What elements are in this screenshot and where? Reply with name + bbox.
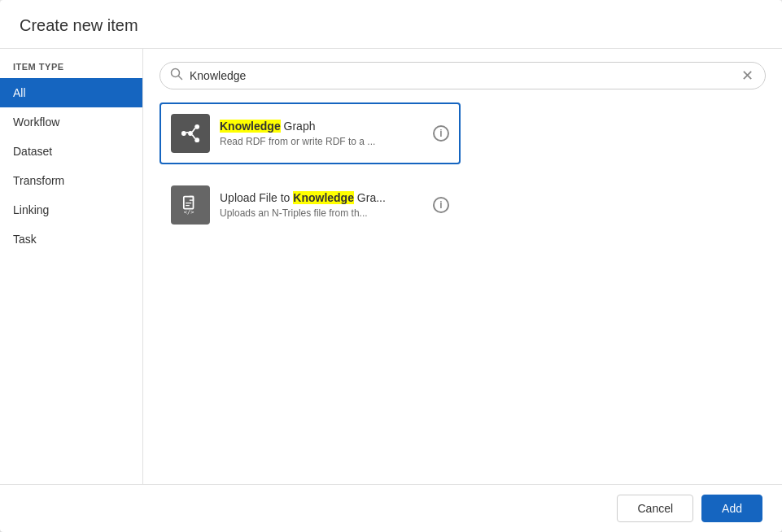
results-grid: Knowledge Graph Read RDF from or write R…	[159, 102, 766, 236]
main-content: ✕	[143, 49, 782, 484]
result-card-upload-knowledge[interactable]: </> Upload File to Knowledge Gra... Uplo…	[159, 174, 461, 236]
add-button[interactable]: Add	[701, 495, 762, 522]
sidebar-item-workflow[interactable]: Workflow	[0, 107, 142, 137]
sidebar-item-dataset[interactable]: Dataset	[0, 137, 142, 166]
search-bar: ✕	[159, 62, 766, 89]
sidebar-item-all[interactable]: All	[0, 78, 142, 107]
upload-knowledge-desc: Uploads an N-Triples file from th...	[220, 207, 426, 219]
knowledge-graph-icon	[171, 114, 210, 153]
svg-line-7	[192, 129, 195, 133]
dialog-footer: Cancel Add	[0, 484, 782, 532]
upload-knowledge-highlight: Knowledge	[293, 191, 354, 204]
knowledge-graph-desc: Read RDF from or write RDF to a ...	[220, 136, 426, 147]
sidebar-item-linking[interactable]: Linking	[0, 195, 142, 225]
sidebar: ITEM TYPE All Workflow Dataset Transform…	[0, 49, 143, 484]
knowledge-graph-text: Knowledge Graph Read RDF from or write R…	[220, 120, 426, 147]
dialog-body: ITEM TYPE All Workflow Dataset Transform…	[0, 49, 782, 484]
svg-text:</>: </>	[184, 209, 194, 216]
svg-line-1	[179, 76, 182, 80]
knowledge-graph-info-button[interactable]: i	[433, 125, 449, 142]
knowledge-highlight: Knowledge	[220, 120, 281, 133]
result-card-knowledge-graph[interactable]: Knowledge Graph Read RDF from or write R…	[159, 102, 461, 164]
svg-point-2	[181, 131, 186, 136]
create-new-item-dialog: Create new item ITEM TYPE All Workflow D…	[0, 0, 782, 532]
search-icon	[170, 68, 183, 84]
upload-knowledge-info-button[interactable]: i	[433, 197, 449, 213]
dialog-header: Create new item	[0, 0, 782, 49]
svg-line-8	[192, 135, 195, 139]
dialog-title: Create new item	[20, 16, 762, 35]
search-input[interactable]	[190, 69, 740, 82]
search-clear-button[interactable]: ✕	[740, 68, 755, 83]
upload-knowledge-text: Upload File to Knowledge Gra... Uploads …	[220, 191, 426, 219]
cancel-button[interactable]: Cancel	[617, 495, 693, 522]
item-type-label: ITEM TYPE	[0, 62, 142, 78]
sidebar-item-transform[interactable]: Transform	[0, 166, 142, 195]
knowledge-graph-title: Knowledge Graph	[220, 120, 426, 133]
sidebar-item-task[interactable]: Task	[0, 225, 142, 254]
upload-knowledge-title: Upload File to Knowledge Gra...	[220, 191, 426, 204]
upload-knowledge-icon: </>	[171, 185, 210, 225]
